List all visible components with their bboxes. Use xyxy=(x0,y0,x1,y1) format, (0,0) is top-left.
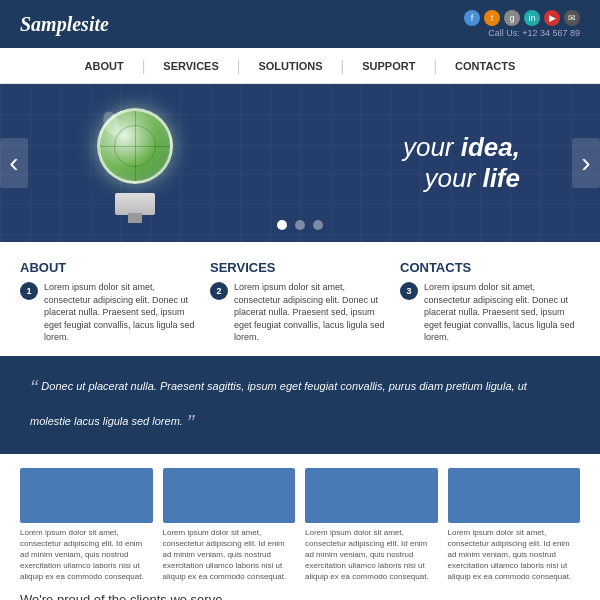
fb-icon[interactable]: f xyxy=(464,10,480,26)
mail-header-icon[interactable]: ✉ xyxy=(564,10,580,26)
portfolio-thumb-1[interactable] xyxy=(20,468,153,523)
globe-arc xyxy=(114,125,156,167)
hero-section: ‹ your idea,your life › xyxy=(0,84,600,242)
nav-item-services[interactable]: SERVICES xyxy=(145,60,236,72)
feature-services: SERVICES 2 Lorem ipsum dolor sit amet, c… xyxy=(210,260,390,344)
portfolio-text-2: Lorem ipsum dolor sit amet, consectetur … xyxy=(163,528,296,582)
linkedin-icon[interactable]: in xyxy=(524,10,540,26)
portfolio-item-3: Lorem ipsum dolor sit amet, consectetur … xyxy=(305,468,438,582)
feature-contacts-num: 3 xyxy=(400,282,418,300)
quote-text: Donec ut placerat nulla. Praesent sagitt… xyxy=(30,370,570,440)
feature-services-title: SERVICES xyxy=(210,260,390,275)
hero-bulb-illustration xyxy=(80,94,190,232)
portfolio-text-3: Lorem ipsum dolor sit amet, consectetur … xyxy=(305,528,438,582)
gplus-icon[interactable]: g xyxy=(504,10,520,26)
features-section: ABOUT 1 Lorem ipsum dolor sit amet, cons… xyxy=(0,242,600,356)
yt-icon[interactable]: ▶ xyxy=(544,10,560,26)
nav-item-support[interactable]: SUPPORT xyxy=(344,60,433,72)
feature-contacts-body: 3 Lorem ipsum dolor sit amet, consectetu… xyxy=(400,281,580,344)
portfolio-thumb-4[interactable] xyxy=(448,468,581,523)
portfolio-text-4: Lorem ipsum dolor sit amet, consectetur … xyxy=(448,528,581,582)
social-header-icons: f t g in ▶ ✉ xyxy=(464,10,580,26)
dot-3[interactable] xyxy=(313,220,323,230)
feature-about-title: ABOUT xyxy=(20,260,200,275)
portfolio-item-4: Lorem ipsum dolor sit amet, consectetur … xyxy=(448,468,581,582)
feature-about: ABOUT 1 Lorem ipsum dolor sit amet, cons… xyxy=(20,260,200,344)
header-right: f t g in ▶ ✉ Call Us: +12 34 567 89 xyxy=(464,10,580,38)
hero-text: your idea,your life xyxy=(403,132,520,194)
portfolio-text-1: Lorem ipsum dolor sit amet, consectetur … xyxy=(20,528,153,582)
header: Samplesite f t g in ▶ ✉ Call Us: +12 34 … xyxy=(0,0,600,48)
portfolio-items: Lorem ipsum dolor sit amet, consectetur … xyxy=(20,468,580,582)
feature-contacts: CONTACTS 3 Lorem ipsum dolor sit amet, c… xyxy=(400,260,580,344)
portfolio-section: Lorem ipsum dolor sit amet, consectetur … xyxy=(0,454,600,600)
feature-contacts-title: CONTACTS xyxy=(400,260,580,275)
hero-next-button[interactable]: › xyxy=(572,138,600,188)
quote-section: Donec ut placerat nulla. Praesent sagitt… xyxy=(0,356,600,454)
bulb-outer xyxy=(90,103,180,223)
feature-about-body: 1 Lorem ipsum dolor sit amet, consectetu… xyxy=(20,281,200,344)
call-us-text: Call Us: +12 34 567 89 xyxy=(488,28,580,38)
hero-dots xyxy=(277,220,323,230)
dot-2[interactable] xyxy=(295,220,305,230)
portfolio-thumb-2[interactable] xyxy=(163,468,296,523)
dot-1[interactable] xyxy=(277,220,287,230)
feature-about-text: Lorem ipsum dolor sit amet, consectetur … xyxy=(44,281,200,344)
portfolio-item-2: Lorem ipsum dolor sit amet, consectetur … xyxy=(163,468,296,582)
hero-prev-button[interactable]: ‹ xyxy=(0,138,28,188)
proud-text: We're proud of the clients we serve. xyxy=(20,592,580,600)
logo: Samplesite xyxy=(20,13,109,36)
feature-about-num: 1 xyxy=(20,282,38,300)
hero-headline: your idea,your life xyxy=(403,132,520,194)
feature-contacts-text: Lorem ipsum dolor sit amet, consectetur … xyxy=(424,281,580,344)
feature-services-text: Lorem ipsum dolor sit amet, consectetur … xyxy=(234,281,390,344)
bulb-base xyxy=(115,193,155,215)
logo-text: Samplesite xyxy=(20,13,109,35)
bulb-tip xyxy=(128,213,142,223)
feature-services-body: 2 Lorem ipsum dolor sit amet, consectetu… xyxy=(210,281,390,344)
portfolio-thumb-3[interactable] xyxy=(305,468,438,523)
nav-item-contacts[interactable]: CONTACTS xyxy=(437,60,533,72)
nav-item-about[interactable]: ABOUT xyxy=(67,60,142,72)
feature-services-num: 2 xyxy=(210,282,228,300)
main-nav: ABOUT | SERVICES | SOLUTIONS | SUPPORT |… xyxy=(0,48,600,84)
nav-item-solutions[interactable]: SOLUTIONS xyxy=(240,60,340,72)
twitter-icon[interactable]: t xyxy=(484,10,500,26)
portfolio-item-1: Lorem ipsum dolor sit amet, consectetur … xyxy=(20,468,153,582)
